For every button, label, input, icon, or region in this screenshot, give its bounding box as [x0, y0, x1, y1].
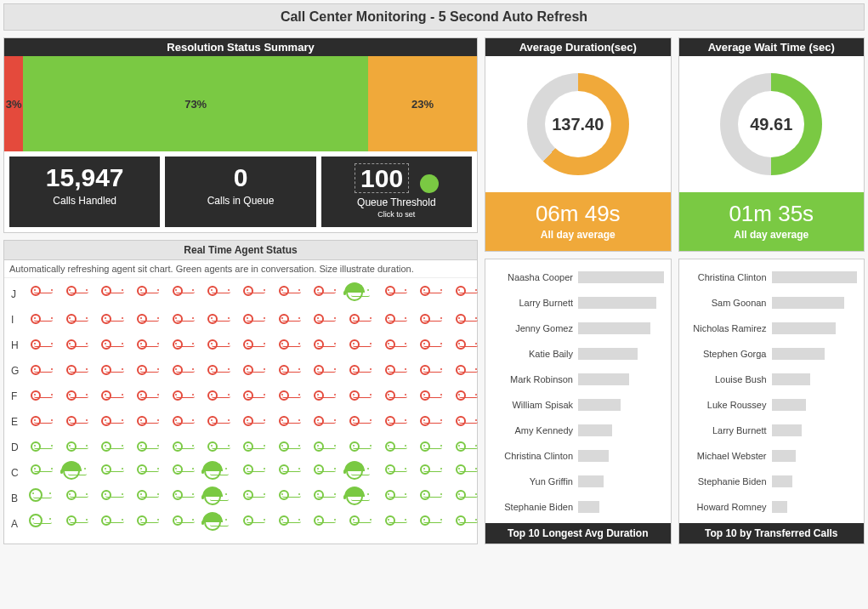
agent-cell[interactable]	[203, 414, 222, 430]
agent-cell[interactable]	[133, 488, 151, 509]
agent-cell[interactable]	[239, 463, 258, 483]
agent-cell[interactable]	[26, 363, 45, 378]
agent-cell[interactable]	[416, 514, 434, 534]
agent-cell[interactable]	[203, 440, 222, 455]
agent-cell[interactable]	[275, 312, 293, 327]
agent-cell[interactable]	[381, 488, 400, 509]
kpi-queue-threshold[interactable]: 100 Queue Threshold Click to set	[321, 157, 472, 227]
agent-cell[interactable]	[168, 363, 187, 378]
agent-cell[interactable]	[345, 440, 364, 455]
agent-cell[interactable]	[203, 488, 222, 509]
agent-cell[interactable]	[26, 414, 45, 430]
agent-cell[interactable]	[26, 463, 45, 483]
agent-cell[interactable]	[97, 389, 116, 404]
agent-cell[interactable]	[26, 284, 45, 304]
agent-cell[interactable]	[309, 363, 328, 378]
agent-cell[interactable]	[203, 514, 222, 534]
agent-cell[interactable]	[309, 463, 328, 483]
agent-cell[interactable]	[133, 414, 151, 430]
agent-cell[interactable]	[381, 463, 400, 483]
agent-cell[interactable]	[133, 463, 151, 483]
agent-cell[interactable]	[345, 363, 364, 378]
agent-cell[interactable]	[309, 414, 328, 430]
agent-cell[interactable]	[62, 488, 81, 509]
agent-cell[interactable]	[62, 338, 81, 353]
agent-cell[interactable]	[133, 284, 151, 304]
agent-cell[interactable]	[416, 440, 434, 455]
agent-cell[interactable]	[203, 338, 222, 353]
agent-cell[interactable]	[309, 488, 328, 509]
agent-cell[interactable]	[168, 284, 187, 304]
agent-cell[interactable]	[451, 312, 470, 327]
agent-cell[interactable]	[275, 440, 293, 455]
agent-cell[interactable]	[62, 363, 81, 378]
agent-cell[interactable]	[345, 463, 364, 483]
agent-cell[interactable]	[133, 338, 151, 353]
agent-cell[interactable]	[168, 312, 187, 327]
agent-cell[interactable]	[416, 284, 434, 304]
agent-cell[interactable]	[381, 312, 400, 327]
agent-cell[interactable]	[309, 389, 328, 404]
agent-cell[interactable]	[203, 389, 222, 404]
agent-cell[interactable]	[239, 440, 258, 455]
agent-cell[interactable]	[451, 389, 470, 404]
agent-cell[interactable]	[239, 414, 258, 430]
agent-cell[interactable]	[203, 463, 222, 483]
agent-cell[interactable]	[416, 488, 434, 509]
agent-cell[interactable]	[345, 414, 364, 430]
kpi-queue-threshold-value[interactable]: 100	[355, 163, 409, 193]
agent-cell[interactable]	[451, 363, 470, 378]
agent-cell[interactable]	[345, 488, 364, 509]
agent-cell[interactable]	[26, 488, 45, 509]
agent-cell[interactable]	[381, 389, 400, 404]
agent-cell[interactable]	[309, 312, 328, 327]
agent-cell[interactable]	[275, 463, 293, 483]
agent-cell[interactable]	[345, 312, 364, 327]
agent-cell[interactable]	[97, 312, 116, 327]
agent-cell[interactable]	[62, 284, 81, 304]
agent-cell[interactable]	[275, 414, 293, 430]
agent-cell[interactable]	[168, 338, 187, 353]
agent-cell[interactable]	[416, 463, 434, 483]
agent-cell[interactable]	[26, 440, 45, 455]
agent-cell[interactable]	[451, 338, 470, 353]
agent-cell[interactable]	[381, 514, 400, 534]
agent-cell[interactable]	[133, 312, 151, 327]
agent-cell[interactable]	[239, 514, 258, 534]
agent-cell[interactable]	[97, 284, 116, 304]
agent-cell[interactable]	[451, 284, 470, 304]
agent-cell[interactable]	[239, 284, 258, 304]
agent-cell[interactable]	[26, 338, 45, 353]
agent-cell[interactable]	[275, 514, 293, 534]
agent-cell[interactable]	[451, 414, 470, 430]
agent-cell[interactable]	[26, 312, 45, 327]
agent-cell[interactable]	[309, 338, 328, 353]
agent-cell[interactable]	[275, 363, 293, 378]
agent-cell[interactable]	[416, 363, 434, 378]
agent-cell[interactable]	[345, 338, 364, 353]
agent-cell[interactable]	[275, 284, 293, 304]
agent-cell[interactable]	[416, 389, 434, 404]
agent-cell[interactable]	[381, 284, 400, 304]
agent-cell[interactable]	[97, 414, 116, 430]
agent-cell[interactable]	[168, 414, 187, 430]
agent-cell[interactable]	[203, 284, 222, 304]
agent-cell[interactable]	[451, 488, 470, 509]
agent-cell[interactable]	[239, 312, 258, 327]
agent-cell[interactable]	[97, 488, 116, 509]
agent-cell[interactable]	[133, 363, 151, 378]
agent-cell[interactable]	[97, 440, 116, 455]
agent-cell[interactable]	[168, 463, 187, 483]
agent-cell[interactable]	[97, 363, 116, 378]
agent-cell[interactable]	[381, 338, 400, 353]
agent-cell[interactable]	[168, 440, 187, 455]
agent-cell[interactable]	[381, 440, 400, 455]
agent-cell[interactable]	[416, 312, 434, 327]
agent-cell[interactable]	[309, 284, 328, 304]
agent-cell[interactable]	[62, 514, 81, 534]
agent-cell[interactable]	[62, 312, 81, 327]
agent-cell[interactable]	[451, 514, 470, 534]
agent-cell[interactable]	[168, 488, 187, 509]
agent-cell[interactable]	[451, 440, 470, 455]
agent-cell[interactable]	[309, 514, 328, 534]
